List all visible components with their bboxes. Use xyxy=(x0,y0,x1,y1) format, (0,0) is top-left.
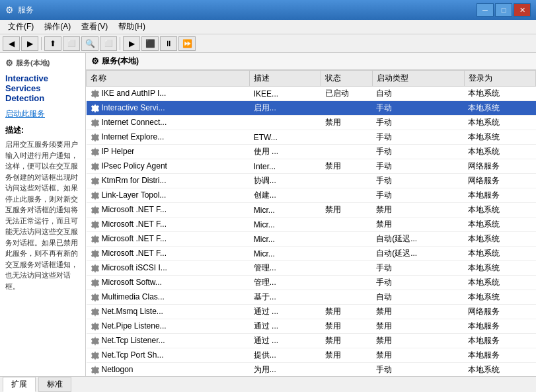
service-status-cell: 禁用 xyxy=(321,305,372,319)
folders-button[interactable]: ⬜ xyxy=(100,36,117,51)
table-row[interactable]: IKE and AuthIP I...IKEE...已启动自动本地系统 xyxy=(87,87,536,101)
menu-view[interactable]: 查看(V) xyxy=(76,20,113,34)
col-name[interactable]: 名称 xyxy=(87,71,250,87)
table-row[interactable]: Net.Pipe Listene...通过 ...禁用禁用本地服务 xyxy=(87,319,536,334)
col-status[interactable]: 状态 xyxy=(321,71,372,87)
service-desc-cell: 通过 ... xyxy=(250,334,321,348)
service-starttype-cell: 手动 xyxy=(372,261,464,276)
service-desc-cell: 使用 ... xyxy=(250,145,321,159)
restart-button[interactable]: ⏩ xyxy=(178,36,196,51)
service-logon-cell: 网络服务 xyxy=(464,305,535,319)
table-row[interactable]: Interactive Servi...启用...手动本地系统 xyxy=(87,101,536,116)
search-button[interactable]: 🔍 xyxy=(81,36,98,51)
toolbar: ◀ ▶ ⬆ ⬜ 🔍 ⬜ ▶ ⬛ ⏸ ⏩ xyxy=(0,34,536,53)
selected-service-name: Interactive Services Detection xyxy=(5,73,80,103)
service-name-cell: Net.Tcp Listener... xyxy=(87,334,250,348)
service-status-cell xyxy=(321,188,372,203)
forward-button[interactable]: ▶ xyxy=(21,36,38,51)
service-starttype-cell: 手动 xyxy=(372,145,464,159)
service-desc-cell xyxy=(250,116,321,130)
separator-1 xyxy=(41,37,42,50)
table-row[interactable]: Multimedia Clas...基于...自动本地系统 xyxy=(87,290,536,305)
service-status-cell: 禁用 xyxy=(321,319,372,334)
menu-action[interactable]: 操作(A) xyxy=(39,20,76,34)
service-status-cell xyxy=(321,130,372,145)
service-starttype-cell: 禁用 xyxy=(372,217,464,232)
back-button[interactable]: ◀ xyxy=(3,36,20,51)
service-logon-cell: 本地系统 xyxy=(464,232,535,247)
table-row[interactable]: Net.Tcp Listener...通过 ...禁用禁用本地服务 xyxy=(87,334,536,348)
tab-extended[interactable]: 扩展 xyxy=(3,377,36,392)
close-button[interactable]: ✕ xyxy=(514,3,531,17)
desc-label: 描述: xyxy=(5,125,80,136)
service-name-cell: Microsoft .NET F... xyxy=(87,217,250,232)
table-row[interactable]: Net.Tcp Port Sh...提供...禁用禁用本地服务 xyxy=(87,348,536,363)
service-desc-cell: 管理... xyxy=(250,276,321,290)
service-status-cell xyxy=(321,247,372,261)
minimize-button[interactable]: ─ xyxy=(477,3,494,17)
service-name-cell: Microsoft Softw... xyxy=(87,276,250,290)
service-desc-cell: Micr... xyxy=(250,247,321,261)
table-row[interactable]: Net.Msmq Liste...通过 ...禁用禁用网络服务 xyxy=(87,305,536,319)
pause-button[interactable]: ⏸ xyxy=(160,36,177,51)
service-desc-cell: IKEE... xyxy=(250,87,321,101)
service-desc-cell: ETW... xyxy=(250,130,321,145)
table-row[interactable]: IPsec Policy AgentInter...禁用手动网络服务 xyxy=(87,159,536,174)
col-starttype[interactable]: 启动类型 xyxy=(372,71,464,87)
table-row[interactable]: Microsoft .NET F...Micr...自动(延迟...本地系统 xyxy=(87,247,536,261)
maximize-button[interactable]: □ xyxy=(495,3,512,17)
service-starttype-cell: 手动 xyxy=(372,116,464,130)
table-row[interactable]: IP Helper使用 ...手动本地系统 xyxy=(87,145,536,159)
service-desc-cell: 启用... xyxy=(250,101,321,116)
col-desc[interactable]: 描述 xyxy=(250,71,321,87)
service-logon-cell: 网络服务 xyxy=(464,174,535,188)
table-row[interactable]: Microsoft iSCSI I...管理...手动本地系统 xyxy=(87,261,536,276)
table-row[interactable]: Link-Layer Topol...创建...手动本地服务 xyxy=(87,188,536,203)
service-name-cell: Internet Connect... xyxy=(87,116,250,130)
service-starttype-cell: 手动 xyxy=(372,101,464,116)
table-row[interactable]: Microsoft .NET F...Micr...禁用本地系统 xyxy=(87,217,536,232)
col-logon[interactable]: 登录为 xyxy=(464,71,535,87)
service-status-cell xyxy=(321,232,372,247)
service-desc-cell: Micr... xyxy=(250,217,321,232)
table-row[interactable]: Microsoft .NET F...Micr...禁用禁用本地系统 xyxy=(87,203,536,217)
service-desc-cell: 创建... xyxy=(250,188,321,203)
window-controls: ─ □ ✕ xyxy=(477,3,531,17)
up-button[interactable]: ⬆ xyxy=(44,36,61,51)
service-starttype-cell: 禁用 xyxy=(372,319,464,334)
table-row[interactable]: Internet Connect...禁用手动本地系统 xyxy=(87,116,536,130)
status-bar: 扩展 标准 xyxy=(0,376,536,392)
window-icon: ⚙ xyxy=(5,5,14,15)
service-name-cell: Microsoft .NET F... xyxy=(87,247,250,261)
service-name-cell: Microsoft iSCSI I... xyxy=(87,261,250,276)
start-service-link[interactable]: 启动此服务 xyxy=(5,108,80,120)
table-row[interactable]: Netlogon为用...手动本地系统 xyxy=(87,363,536,377)
service-name-cell: Net.Tcp Port Sh... xyxy=(87,348,250,363)
service-name-cell: Microsoft .NET F... xyxy=(87,203,250,217)
service-starttype-cell: 禁用 xyxy=(372,305,464,319)
service-desc-cell: Inter... xyxy=(250,159,321,174)
service-logon-cell: 本地系统 xyxy=(464,87,535,101)
service-logon-cell: 本地系统 xyxy=(464,101,535,116)
table-row[interactable]: Microsoft .NET F...Micr...自动(延迟...本地系统 xyxy=(87,232,536,247)
right-panel-header: ⚙ 服务(本地) xyxy=(86,53,536,70)
tab-standard[interactable]: 标准 xyxy=(38,377,71,392)
service-table[interactable]: 名称 描述 状态 启动类型 登录为 IKE and AuthIP I...IKE… xyxy=(86,70,536,376)
table-row[interactable]: Internet Explore...ETW...手动本地系统 xyxy=(87,130,536,145)
show-hide-button[interactable]: ⬜ xyxy=(63,36,80,51)
table-row[interactable]: Microsoft Softw...管理...手动本地系统 xyxy=(87,276,536,290)
service-logon-cell: 本地服务 xyxy=(464,319,535,334)
service-desc-cell: 通过 ... xyxy=(250,319,321,334)
table-row[interactable]: KtmRm for Distri...协调...手动网络服务 xyxy=(87,174,536,188)
stop-button[interactable]: ⬛ xyxy=(141,36,159,51)
service-logon-cell: 本地系统 xyxy=(464,145,535,159)
menu-file[interactable]: 文件(F) xyxy=(3,20,39,34)
menu-help[interactable]: 帮助(H) xyxy=(113,20,151,34)
service-status-cell: 禁用 xyxy=(321,348,372,363)
service-desc-cell: 协调... xyxy=(250,174,321,188)
service-status-cell xyxy=(321,290,372,305)
service-status-cell: 已启动 xyxy=(321,87,372,101)
service-name-cell: Multimedia Clas... xyxy=(87,290,250,305)
play-button[interactable]: ▶ xyxy=(123,36,140,51)
service-logon-cell: 本地系统 xyxy=(464,290,535,305)
